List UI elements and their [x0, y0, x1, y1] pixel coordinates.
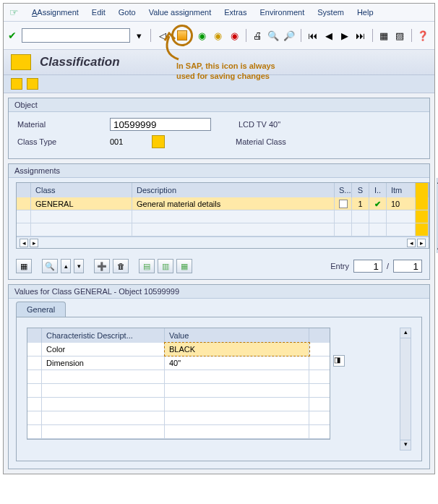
cell-itm: 10 — [387, 197, 416, 210]
scroll-right-icon[interactable]: ▸ — [30, 239, 38, 247]
scroll-down-icon[interactable]: ▾ — [400, 440, 411, 450]
menubar: ☞ AAssignment Edit Goto Value assignment… — [4, 4, 434, 22]
cancel-icon[interactable]: ◉ — [228, 28, 241, 43]
assignments-grid: Class Description S... S I.. Itm GENERAL… — [16, 182, 429, 249]
menu-value-assignment[interactable]: Value assignment — [149, 8, 212, 17]
table-row[interactable] — [17, 223, 429, 236]
col-s1[interactable]: S... — [335, 183, 352, 197]
page-title: Classification — [40, 55, 120, 69]
menu-help[interactable]: Help — [357, 8, 374, 17]
material-label: Material — [17, 120, 104, 129]
scroll-right-end-icon[interactable]: ▸ — [417, 239, 426, 247]
menu-environment[interactable]: Environment — [259, 8, 304, 17]
table-row[interactable]: Color BLACK — [27, 343, 330, 356]
back-green-icon[interactable]: ◉ — [195, 28, 209, 43]
scroll-left-icon[interactable]: ◂ — [20, 239, 28, 247]
status-ok-icon: ✔ — [374, 200, 381, 208]
col-selector[interactable] — [17, 183, 31, 197]
col-s3[interactable]: I.. — [369, 183, 387, 197]
object-panel: Object Material LCD TV 40" Class Type 00… — [8, 98, 430, 159]
menu-goto[interactable]: Goto — [119, 8, 136, 17]
subtool-button-2[interactable] — [27, 78, 38, 90]
table-row[interactable] — [17, 210, 429, 223]
shortcut-icon[interactable]: ▨ — [393, 28, 407, 43]
values-panel: Values for Class GENERAL - Object 105999… — [8, 284, 430, 469]
cell-s2: 1 — [352, 197, 369, 210]
menu-assignment[interactable]: AAssignment — [32, 8, 79, 17]
next-page-icon[interactable]: ▶ — [338, 28, 351, 43]
classtype-description: Material Class — [236, 137, 286, 146]
table-row[interactable]: GENERAL General material details 1 ✔ 10 — [17, 197, 429, 210]
new-session-icon[interactable]: ▦ — [377, 28, 391, 43]
table-row[interactable] — [27, 425, 330, 439]
table-row[interactable]: Dimension 40" — [27, 356, 330, 370]
select-block-button[interactable]: ▦ — [176, 259, 192, 273]
entry-separator: / — [387, 262, 389, 270]
table-row[interactable] — [27, 398, 330, 411]
values-vscroll[interactable]: ▴ ▾ — [400, 328, 411, 450]
cell-class: GENERAL — [31, 197, 132, 210]
table-row[interactable] — [27, 370, 330, 384]
save-button[interactable] — [175, 28, 189, 43]
table-row[interactable] — [27, 411, 330, 425]
char-value-editing[interactable]: BLACK — [165, 343, 309, 356]
entry-current-input[interactable] — [353, 260, 382, 273]
entry-total-input — [393, 260, 422, 273]
first-page-icon[interactable]: ⏮ — [306, 28, 319, 43]
col-description[interactable]: Description — [132, 183, 335, 197]
object-panel-title: Object — [9, 98, 429, 112]
save-highlight-circle — [171, 25, 193, 46]
sap-menu-icon[interactable]: ☞ — [9, 7, 19, 18]
col-itm[interactable]: Itm — [387, 183, 416, 197]
last-page-icon[interactable]: ⏭ — [353, 28, 367, 43]
scroll-left-end-icon[interactable]: ◂ — [407, 239, 416, 247]
sort-desc-button[interactable]: ▾ — [74, 259, 84, 273]
grid-hscroll[interactable]: ◂ ▸ ◂ ▸ — [17, 236, 429, 248]
col-config-icon[interactable] — [416, 183, 429, 197]
assignments-toolbar: ▦ 🔍 ▴ ▾ ➕ 🗑 ▤ ▥ ▦ Entry / — [16, 259, 422, 273]
assignments-panel: Assignments Class Description S... S I..… — [8, 163, 430, 280]
new-entry-button[interactable]: ▦ — [16, 259, 32, 273]
prev-page-icon[interactable]: ◀ — [322, 28, 335, 43]
classtype-label: Class Type — [17, 137, 104, 146]
char-col-value[interactable]: Value — [165, 328, 309, 343]
sort-asc-button[interactable]: ▴ — [61, 259, 71, 273]
characteristics-grid: Characteristic Descript... Value Color B… — [27, 328, 330, 440]
col-class[interactable]: Class — [31, 183, 132, 197]
insert-row-button[interactable]: ➕ — [94, 259, 110, 273]
menu-system[interactable]: System — [317, 8, 344, 17]
scroll-up-icon[interactable]: ▴ — [400, 328, 411, 338]
detail-button[interactable]: 🔍 — [42, 259, 58, 273]
char-col-selector[interactable] — [27, 328, 42, 343]
enter-icon[interactable]: ✔ — [8, 30, 17, 41]
assignments-panel-title: Assignments — [9, 164, 429, 178]
tab-general[interactable]: General — [16, 302, 66, 317]
values-tab-body: Characteristic Descript... Value Color B… — [16, 317, 422, 461]
deselect-all-button[interactable]: ▥ — [158, 259, 173, 273]
command-field[interactable] — [22, 28, 130, 43]
menu-extras[interactable]: Extras — [224, 8, 246, 17]
subtool-button-1[interactable] — [11, 78, 22, 90]
material-description: LCD TV 40" — [239, 120, 280, 129]
back-icon[interactable]: ◁ — [155, 28, 169, 43]
delete-row-button[interactable]: 🗑 — [113, 259, 129, 273]
help-icon[interactable]: ❓ — [416, 28, 430, 43]
char-col-desc[interactable]: Characteristic Descript... — [42, 328, 165, 343]
table-row[interactable] — [27, 384, 330, 398]
menu-edit[interactable]: Edit — [92, 8, 106, 17]
find-icon[interactable]: 🔍 — [267, 28, 280, 43]
cell-checkbox[interactable] — [339, 200, 348, 208]
dropdown-icon[interactable]: ▾ — [132, 28, 146, 43]
value-f4-button[interactable]: ◨ — [333, 355, 345, 367]
find-next-icon[interactable]: 🔎 — [283, 28, 296, 43]
app-icon — [11, 54, 31, 70]
select-all-button[interactable]: ▤ — [139, 259, 155, 273]
char-value[interactable]: 40" — [165, 356, 309, 370]
col-s2[interactable]: S — [352, 183, 369, 197]
material-input[interactable] — [110, 118, 211, 131]
exit-icon[interactable]: ◉ — [211, 28, 225, 43]
cell-desc: General material details — [132, 197, 335, 210]
values-panel-title: Values for Class GENERAL - Object 105999… — [9, 285, 429, 299]
classtype-f4-button[interactable] — [152, 135, 165, 148]
print-icon[interactable]: 🖨 — [251, 28, 265, 43]
